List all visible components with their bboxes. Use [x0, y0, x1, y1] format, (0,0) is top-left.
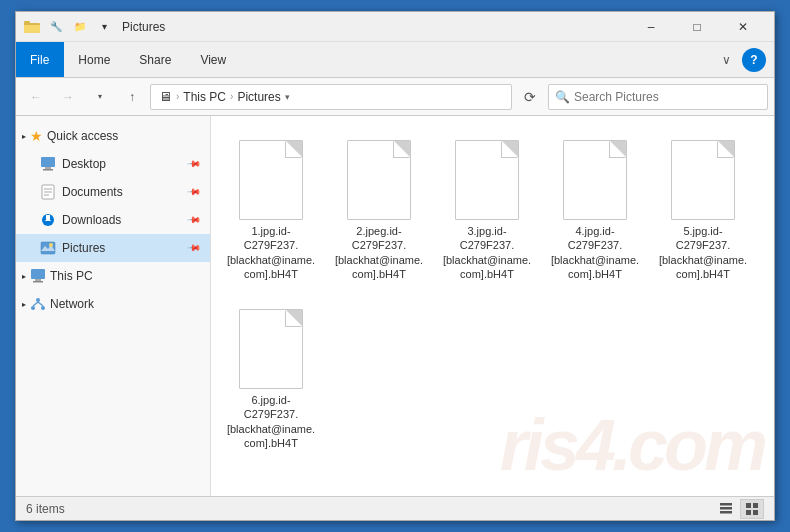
status-bar: 6 items	[16, 496, 774, 520]
sidebar-network-expand: ▸	[22, 300, 26, 309]
sidebar-item-desktop[interactable]: Desktop 📌	[16, 150, 210, 178]
list-view-btn[interactable]	[714, 499, 738, 519]
svg-rect-31	[753, 510, 758, 515]
file-icon	[235, 301, 307, 389]
svg-rect-28	[746, 503, 751, 508]
path-chevron[interactable]: ▾	[285, 92, 290, 102]
sidebar-documents-label: Documents	[62, 185, 123, 199]
refresh-button[interactable]: ⟳	[516, 83, 544, 111]
sidebar-desktop-label: Desktop	[62, 157, 106, 171]
tab-file[interactable]: File	[16, 42, 64, 77]
tab-share[interactable]: Share	[125, 42, 186, 77]
path-folder-icon: 🖥	[159, 89, 172, 104]
file-item[interactable]: 5.jpg.id-C279F237.[blackhat@iname.com].b…	[653, 126, 753, 287]
file-icon	[235, 132, 307, 220]
back-button[interactable]: ←	[22, 83, 50, 111]
quick-access-toolbar: 🔧 📁 ▾	[46, 17, 114, 37]
downloads-icon	[40, 212, 56, 228]
file-page	[347, 140, 411, 220]
qat-properties-btn[interactable]: 🔧	[46, 17, 66, 37]
tab-view[interactable]: View	[186, 42, 241, 77]
address-path[interactable]: 🖥 › This PC › Pictures ▾	[150, 84, 512, 110]
main-content: ▸ ★ Quick access Desktop 📌 Documents 📌	[16, 116, 774, 496]
file-page	[455, 140, 519, 220]
file-item[interactable]: 4.jpg.id-C279F237.[blackhat@iname.com].b…	[545, 126, 645, 287]
qat-new-folder-btn[interactable]: 📁	[70, 17, 90, 37]
title-bar: 🔧 📁 ▾ Pictures – □ ✕	[16, 12, 774, 42]
svg-rect-17	[31, 269, 45, 279]
file-area: ris4.com 1.jpg.id-C279F237.[blackhat@ina…	[211, 116, 774, 496]
close-button[interactable]: ✕	[720, 12, 766, 42]
file-icon	[667, 132, 739, 220]
file-item[interactable]: 1.jpg.id-C279F237.[blackhat@iname.com].b…	[221, 126, 321, 287]
address-bar: ← → ▾ ↑ 🖥 › This PC › Pictures ▾ ⟳ 🔍	[16, 78, 774, 116]
file-name: 6.jpg.id-C279F237.[blackhat@iname.com].b…	[225, 393, 317, 450]
file-page	[671, 140, 735, 220]
nav-dropdown-button[interactable]: ▾	[86, 83, 114, 111]
svg-rect-2	[24, 25, 40, 33]
sidebar-item-downloads[interactable]: Downloads 📌	[16, 206, 210, 234]
item-count: 6 items	[26, 502, 65, 516]
qat-dropdown-btn[interactable]: ▾	[94, 17, 114, 37]
help-button[interactable]: ?	[742, 48, 766, 72]
file-page	[563, 140, 627, 220]
file-name: 5.jpg.id-C279F237.[blackhat@iname.com].b…	[657, 224, 749, 281]
sidebar-network-label: Network	[50, 297, 94, 311]
sidebar-quick-access-expand: ▸	[22, 132, 26, 141]
sidebar-item-this-pc[interactable]: ▸ This PC	[16, 262, 210, 290]
icon-view-btn[interactable]	[740, 499, 764, 519]
svg-point-21	[31, 306, 35, 310]
pictures-pin-icon: 📌	[187, 241, 202, 256]
pictures-icon	[40, 240, 56, 256]
path-pictures[interactable]: Pictures	[237, 90, 280, 104]
file-name: 3.jpg.id-C279F237.[blackhat@iname.com].b…	[441, 224, 533, 281]
file-icon	[343, 132, 415, 220]
window-icon	[24, 19, 40, 35]
sidebar-item-pictures[interactable]: Pictures 📌	[16, 234, 210, 262]
path-this-pc[interactable]: This PC	[183, 90, 226, 104]
forward-button[interactable]: →	[54, 83, 82, 111]
svg-point-22	[41, 306, 45, 310]
file-item[interactable]: 2.jpeg.id-C279F237.[blackhat@iname.com].…	[329, 126, 429, 287]
file-name: 4.jpg.id-C279F237.[blackhat@iname.com].b…	[549, 224, 641, 281]
svg-rect-27	[720, 511, 732, 514]
svg-rect-29	[753, 503, 758, 508]
file-item[interactable]: 6.jpg.id-C279F237.[blackhat@iname.com].b…	[221, 295, 321, 456]
sidebar-item-quick-access[interactable]: ▸ ★ Quick access	[16, 122, 210, 150]
svg-rect-18	[35, 279, 41, 281]
this-pc-icon	[30, 268, 46, 284]
svg-point-20	[36, 298, 40, 302]
sidebar-item-network[interactable]: ▸ Network	[16, 290, 210, 318]
sidebar-this-pc-expand: ▸	[22, 272, 26, 281]
svg-line-24	[38, 302, 43, 306]
file-item[interactable]: 3.jpg.id-C279F237.[blackhat@iname.com].b…	[437, 126, 537, 287]
file-name: 1.jpg.id-C279F237.[blackhat@iname.com].b…	[225, 224, 317, 281]
svg-point-16	[49, 243, 53, 247]
path-sep-2: ›	[230, 91, 233, 102]
up-button[interactable]: ↑	[118, 83, 146, 111]
sidebar-pictures-label: Pictures	[62, 241, 105, 255]
window-controls: – □ ✕	[628, 12, 766, 42]
documents-icon	[40, 184, 56, 200]
file-explorer-window: 🔧 📁 ▾ Pictures – □ ✕ File Home Share Vie…	[15, 11, 775, 521]
svg-rect-19	[33, 281, 43, 283]
file-page	[239, 140, 303, 220]
maximize-button[interactable]: □	[674, 12, 720, 42]
network-icon	[30, 296, 46, 312]
svg-line-23	[33, 302, 38, 306]
minimize-button[interactable]: –	[628, 12, 674, 42]
window-title: Pictures	[122, 20, 628, 34]
downloads-pin-icon: 📌	[187, 213, 202, 228]
tab-home[interactable]: Home	[64, 42, 125, 77]
search-box[interactable]: 🔍	[548, 84, 768, 110]
ribbon: File Home Share View ∨ ?	[16, 42, 774, 78]
svg-rect-13	[46, 215, 50, 219]
desktop-icon	[40, 156, 56, 172]
svg-rect-26	[720, 507, 732, 510]
file-icon	[559, 132, 631, 220]
sidebar-item-documents[interactable]: Documents 📌	[16, 178, 210, 206]
search-icon: 🔍	[555, 90, 570, 104]
search-input[interactable]	[574, 90, 761, 104]
ribbon-expand-btn[interactable]: ∨	[714, 48, 738, 72]
svg-rect-30	[746, 510, 751, 515]
